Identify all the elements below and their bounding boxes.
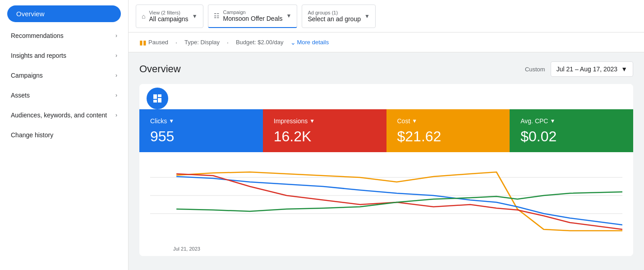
date-range-area: Custom Jul 21 – Aug 17, 2023 ▼ (525, 61, 633, 77)
chevron-right-icon: › (115, 52, 117, 59)
sidebar-item-insights-reports[interactable]: Insights and reports › (0, 46, 128, 65)
topbar: ⌂ View (2 filters) All campaigns ▼ ☷ Cam… (129, 0, 644, 33)
metric-value-avg-cpc: $0.02 (520, 128, 622, 145)
metric-card-impressions[interactable]: Impressions ▼ 16.2K (263, 109, 386, 152)
dropdown-arrow-icon: ▼ (621, 65, 627, 73)
view-filter-button[interactable]: ⌂ View (2 filters) All campaigns ▼ (136, 5, 203, 28)
metric-card-avg-cpc[interactable]: Avg. CPC ▼ $0.02 (510, 109, 633, 152)
sidebar-item-change-history[interactable]: Change history (0, 125, 128, 145)
custom-label: Custom (525, 66, 545, 73)
dropdown-arrow-icon: ▼ (169, 118, 174, 124)
dropdown-arrow-icon: ▼ (364, 13, 370, 19)
more-details-button[interactable]: ⌄ More details (290, 39, 329, 46)
sidebar-item-audiences[interactable]: Audiences, keywords, and content › (0, 105, 128, 125)
metrics-row: Clicks ▼ 955 Impressions ▼ 16.2K Cost ▼ (139, 109, 633, 152)
dropdown-arrow-icon: ▼ (550, 118, 555, 124)
dropdown-arrow-icon: ▼ (412, 118, 417, 124)
chevron-right-icon: › (115, 92, 117, 98)
sidebar-item-recommendations[interactable]: Recommendations › (0, 26, 128, 46)
campaign-icon: ☷ (214, 12, 220, 19)
page-title: Overview (139, 63, 181, 75)
metrics-container: Clicks ▼ 955 Impressions ▼ 16.2K Cost ▼ (139, 84, 633, 256)
dropdown-arrow-icon: ▼ (192, 13, 198, 19)
campaign-filter-value: Monsoon Offer Deals (223, 15, 283, 22)
metric-value-cost: $21.62 (397, 128, 499, 145)
adgroups-filter-label: Ad groups (1) (308, 10, 338, 15)
sidebar-item-assets[interactable]: Assets › (0, 85, 128, 105)
view-filter-label: View (2 filters) (149, 10, 180, 15)
performance-chart (150, 159, 622, 241)
secondbar: ▮▮ Paused · Type: Display · Budget: $2.0… (129, 33, 644, 52)
adgroups-filter-value: Select an ad group (308, 15, 361, 23)
chart-area: Jul 21, 2023 (139, 152, 633, 256)
campaign-filter-label: Campaign (223, 9, 246, 15)
metric-card-cost[interactable]: Cost ▼ $21.62 (386, 109, 510, 152)
metric-card-clicks[interactable]: Clicks ▼ 955 (139, 109, 263, 152)
adgroups-filter-button[interactable]: Ad groups (1) Select an ad group ▼ (302, 5, 375, 28)
type-label: Type: Display (184, 39, 220, 46)
metric-value-clicks: 955 (150, 128, 252, 145)
content-area: Overview Custom Jul 21 – Aug 17, 2023 ▼ (129, 52, 644, 270)
budget-label: Budget: $2.00/day (236, 39, 284, 46)
chevron-right-icon: › (115, 112, 117, 118)
sidebar: Overview Recommendations › Insights and … (0, 0, 129, 270)
campaign-filter-button[interactable]: ☷ Campaign Monsoon Offer Deals ▼ (208, 5, 298, 28)
status-badge: ▮▮ Paused (139, 39, 168, 46)
metric-value-impressions: 16.2K (274, 128, 376, 145)
chart-date-label: Jul 21, 2023 (173, 246, 200, 251)
date-range-button[interactable]: Jul 21 – Aug 17, 2023 ▼ (551, 61, 633, 77)
overview-header: Overview Custom Jul 21 – Aug 17, 2023 ▼ (139, 61, 633, 77)
pause-icon: ▮▮ (139, 39, 147, 46)
dropdown-arrow-icon: ▼ (309, 118, 315, 124)
main-content: ⌂ View (2 filters) All campaigns ▼ ☷ Cam… (129, 0, 644, 270)
dropdown-arrow-icon: ▼ (286, 13, 292, 19)
home-icon: ⌂ (142, 13, 145, 20)
chevron-right-icon: › (115, 33, 117, 39)
sidebar-item-campaigns[interactable]: Campaigns › (0, 65, 128, 85)
sidebar-item-overview[interactable]: Overview (7, 5, 121, 22)
chevron-down-icon: ⌄ (290, 39, 296, 46)
view-filter-value: All campaigns (149, 15, 188, 23)
chevron-right-icon: › (115, 72, 117, 79)
